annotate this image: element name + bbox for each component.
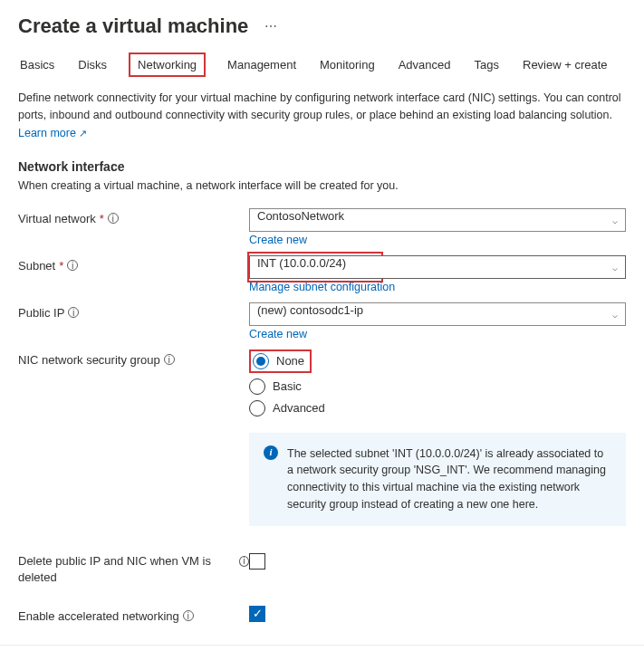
tab-basics[interactable]: Basics [18, 53, 56, 77]
more-icon[interactable]: ⋯ [264, 19, 277, 34]
radio-icon [253, 353, 269, 369]
tab-management[interactable]: Management [226, 53, 298, 77]
nsg-radio-advanced[interactable]: Advanced [249, 400, 626, 416]
chevron-down-icon: ⌵ [612, 309, 618, 319]
tab-advanced[interactable]: Advanced [397, 53, 453, 77]
info-icon[interactable]: i [68, 307, 79, 318]
section-desc: When creating a virtual machine, a netwo… [18, 179, 626, 192]
tab-bar: Basics Disks Networking Management Monit… [18, 53, 626, 77]
info-icon[interactable]: i [239, 556, 249, 567]
publicip-create-new-link[interactable]: Create new [249, 328, 307, 340]
required-star: * [100, 212, 104, 225]
tab-review[interactable]: Review + create [521, 53, 610, 77]
subnet-label: Subnet [18, 259, 55, 273]
vnet-create-new-link[interactable]: Create new [249, 234, 307, 246]
subnet-manage-link[interactable]: Manage subnet configuration [249, 281, 395, 293]
info-icon: i [264, 445, 278, 460]
tab-monitoring[interactable]: Monitoring [318, 53, 377, 77]
info-message-box: i The selected subnet 'INT (10.0.0.0/24)… [249, 433, 626, 526]
info-message-text: The selected subnet 'INT (10.0.0.0/24)' … [287, 445, 611, 513]
page-title: Create a virtual machine [18, 14, 248, 38]
publicip-label: Public IP [18, 306, 64, 320]
required-star: * [59, 259, 63, 273]
delete-label: Delete public IP and NIC when VM is dele… [18, 553, 235, 586]
radio-icon [249, 400, 265, 416]
nsg-label: NIC network security group [18, 353, 160, 367]
info-icon[interactable]: i [67, 260, 78, 271]
vnet-label: Virtual network [18, 212, 96, 225]
vnet-select[interactable]: ContosoNetwork ⌵ [249, 208, 626, 232]
publicip-select[interactable]: (new) contosodc1-ip ⌵ [249, 302, 626, 326]
chevron-down-icon: ⌵ [612, 262, 618, 272]
accel-checkbox[interactable]: ✓ [249, 606, 265, 622]
external-link-icon: ↗ [79, 128, 87, 139]
intro-text: Define network connectivity for your vir… [18, 90, 626, 124]
tab-tags[interactable]: Tags [473, 53, 501, 77]
footer-bar: Review + create < Previous Next : Manage… [0, 646, 644, 651]
delete-checkbox[interactable] [249, 553, 265, 570]
info-icon[interactable]: i [183, 610, 194, 621]
nsg-radio-group: None Basic Advanced [249, 349, 626, 416]
accel-label: Enable accelerated networking [18, 609, 179, 623]
nsg-radio-none[interactable]: None [253, 353, 304, 369]
learn-more-link[interactable]: Learn more ↗ [18, 127, 87, 139]
chevron-down-icon: ⌵ [612, 215, 618, 225]
info-icon[interactable]: i [164, 354, 175, 365]
nsg-radio-basic[interactable]: Basic [249, 378, 626, 395]
radio-icon [249, 378, 265, 395]
subnet-select[interactable]: INT (10.0.0.0/24) ⌵ [249, 255, 626, 279]
tab-networking[interactable]: Networking [129, 53, 206, 77]
section-title: Network interface [18, 159, 626, 174]
info-icon[interactable]: i [108, 213, 119, 224]
tab-disks[interactable]: Disks [76, 53, 109, 77]
